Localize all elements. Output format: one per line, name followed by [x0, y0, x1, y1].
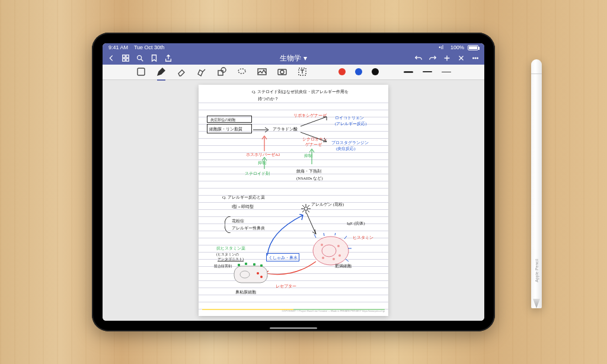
note-antihist3: アンタゴニスト)	[218, 256, 244, 263]
note-leukotriene2: (アレルギー反応)	[335, 120, 367, 127]
color-red[interactable]	[338, 68, 346, 75]
note-nsaid2: (NSAIDs など)	[296, 175, 323, 182]
svg-rect-28	[253, 263, 255, 266]
svg-point-31	[260, 276, 263, 278]
svg-point-19	[321, 244, 323, 246]
note-q2: Q. アレルギー反応と薬	[222, 194, 265, 201]
tool-camera[interactable]	[277, 66, 287, 77]
svg-rect-26	[238, 264, 240, 266]
svg-rect-2	[123, 59, 125, 61]
svg-point-11	[238, 69, 245, 74]
status-time: 9:41 AM	[108, 44, 128, 50]
bookmark-icon[interactable]	[150, 54, 158, 62]
svg-point-21	[338, 254, 341, 257]
svg-rect-29	[260, 264, 263, 267]
canvas-area[interactable]: Q. ステロイド剤はなぜ抗炎症・抗アレルギー作用を 持つのか？ 炎症部位の細胞 …	[103, 80, 484, 321]
undo-icon[interactable]	[414, 54, 423, 62]
battery-icon	[468, 45, 478, 50]
pencil-label: Apple Pencil	[535, 259, 539, 282]
note-nsaid1: 鎮痛・下熱剤	[296, 168, 321, 175]
color-black[interactable]	[372, 68, 379, 75]
tool-image[interactable]	[257, 66, 267, 77]
tool-lasso[interactable]	[237, 66, 247, 77]
note-box-small: 炎症部位の細胞	[210, 116, 235, 123]
ipad-screen: 9:41 AM Tue Oct 30th •ıl 100%	[103, 43, 484, 321]
bracket	[225, 216, 232, 233]
color-blue[interactable]	[355, 68, 362, 75]
note-type1: Ⅰ型 = 即時型	[232, 203, 254, 210]
svg-rect-27	[245, 263, 247, 265]
svg-point-5	[473, 58, 474, 59]
nasal-cell-drawing	[232, 263, 270, 286]
svg-point-10	[221, 68, 226, 72]
svg-point-16	[304, 207, 308, 210]
battery-percent: 100%	[451, 44, 464, 50]
status-date: Tue Oct 30th	[134, 44, 165, 50]
note-hayfever: 花粉症	[232, 218, 244, 225]
svg-rect-24	[234, 266, 267, 283]
note-arachidonic: アラキドン酸	[273, 126, 298, 133]
svg-point-30	[257, 272, 259, 274]
svg-point-17	[313, 237, 349, 265]
status-bar: 9:41 AM Tue Oct 30th •ıl 100%	[103, 43, 484, 52]
note-q1-line2: 持つのか？	[258, 95, 279, 103]
back-icon[interactable]	[107, 54, 116, 62]
tool-default[interactable]	[136, 66, 146, 77]
note-box-label: 細胞膜・リン脂質	[209, 126, 242, 133]
stroke-medium[interactable]	[423, 71, 432, 72]
svg-point-20	[337, 245, 340, 247]
note-allergen: アレルゲン (花粉)	[311, 201, 344, 208]
ipad-frame: 9:41 AM Tue Oct 30th •ıl 100%	[92, 33, 495, 331]
note-prosta2: (炎症反応)	[336, 145, 356, 152]
tool-pen[interactable]	[156, 66, 167, 77]
svg-point-14	[280, 71, 284, 74]
svg-point-6	[475, 58, 476, 59]
signal-icon: •ıl	[439, 44, 443, 50]
tool-eraser[interactable]	[176, 66, 187, 77]
note-competitive: 競合阻害剤	[214, 263, 232, 270]
apple-pencil: Apple Pencil	[531, 59, 542, 308]
note-nasal: 鼻粘膜細胞	[235, 289, 256, 296]
note-steroid: ステロイド剤	[245, 170, 270, 177]
footer-text: COPYRIGHT © Project Hand Line Creative —…	[282, 308, 385, 315]
nav-bar: 生物学 ▾	[103, 52, 484, 65]
note-receptor: レセプター	[276, 283, 296, 290]
stroke-thin[interactable]	[442, 72, 451, 72]
svg-rect-8	[138, 68, 145, 75]
note-sneeze: くしゃみ・鼻水	[269, 254, 298, 261]
document-title[interactable]: 生物学 ▾	[178, 53, 408, 63]
svg-rect-1	[126, 55, 129, 58]
search-icon[interactable]	[136, 54, 144, 62]
note-page[interactable]: Q. ステロイド剤はなぜ抗炎症・抗アレルギー作用を 持つのか？ 炎症部位の細胞 …	[199, 85, 388, 316]
grid-icon[interactable]	[122, 54, 130, 62]
note-q1-line1: Q. ステロイド剤はなぜ抗炎症・抗アレルギー作用を	[252, 88, 349, 95]
tool-shapes[interactable]	[216, 66, 227, 77]
note-mastcell: 肥満細胞	[335, 263, 352, 270]
add-icon[interactable]	[443, 54, 451, 62]
svg-point-7	[477, 58, 478, 59]
svg-point-23	[333, 258, 335, 260]
more-icon[interactable]	[471, 54, 480, 62]
svg-point-22	[322, 257, 324, 259]
tool-highlighter[interactable]	[196, 66, 207, 77]
note-ige: IgE (抗体)	[347, 220, 365, 227]
redo-icon[interactable]	[429, 54, 437, 62]
svg-rect-3	[126, 59, 129, 61]
tool-bar	[103, 65, 484, 80]
svg-rect-0	[123, 55, 125, 58]
svg-rect-9	[218, 71, 223, 75]
share-icon[interactable]	[164, 54, 172, 62]
note-histamine: ヒスタミン	[353, 234, 373, 241]
close-draw-icon[interactable]	[457, 54, 465, 62]
svg-point-4	[138, 56, 142, 60]
stroke-thick[interactable]	[404, 71, 413, 73]
tool-text[interactable]	[297, 66, 308, 77]
note-rhinitis: アレルギー性鼻炎	[232, 225, 265, 232]
